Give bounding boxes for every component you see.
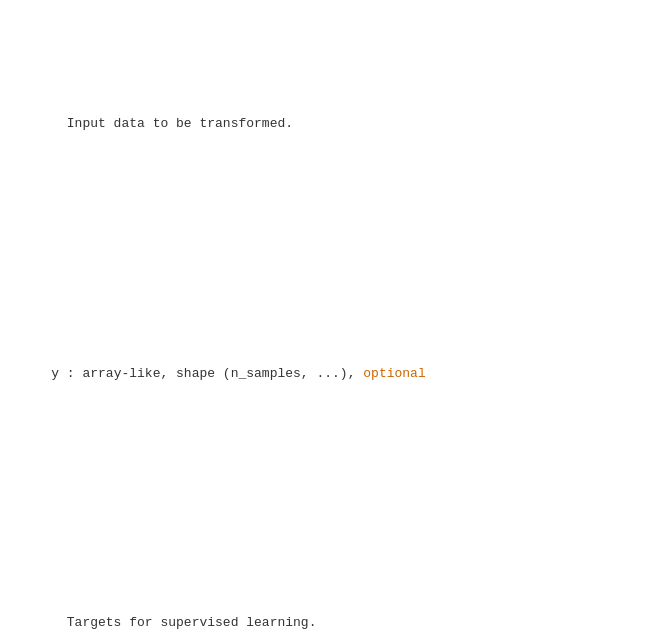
text-targets: Targets for supervised learning. bbox=[67, 615, 317, 630]
line-targets: Targets for supervised learning. bbox=[20, 572, 641, 633]
text-input-data: Input data to be transformed. bbox=[67, 116, 293, 131]
line-blank-2 bbox=[20, 468, 641, 489]
text-optional: optional bbox=[363, 366, 425, 381]
code-content: Input data to be transformed. y : array-… bbox=[20, 10, 641, 633]
line-1: Input data to be transformed. bbox=[20, 72, 641, 176]
line-blank-1 bbox=[20, 239, 641, 260]
line-y-param: y : array-like, shape (n_samples, ...), … bbox=[20, 343, 641, 405]
